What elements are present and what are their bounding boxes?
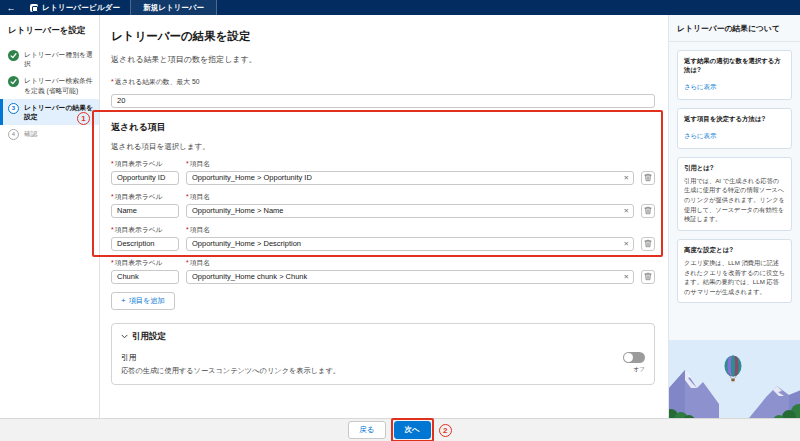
field-row: *項目表示ラベル *項目名 ✕ (111, 159, 655, 185)
field-row: *項目表示ラベル *項目名 ✕ (111, 258, 655, 284)
trash-icon (644, 272, 652, 281)
help-card-body: クエリ変換は、LLM 消費用に記述されたクエリを改善するのに役立ちます。結果の要… (684, 258, 785, 296)
step-1-check-icon (8, 50, 19, 61)
clear-icon[interactable]: ✕ (624, 208, 629, 215)
citation-settings-card: 引用設定 引用 応答の生成に使用するソースコンテンツへのリンクを表示します。 オ… (111, 323, 655, 385)
stepper-title: レトリーバーを設定 (8, 25, 91, 37)
field-name-input[interactable] (186, 171, 634, 185)
annotation-box-next: 次へ (391, 418, 434, 441)
help-card-title: 返す項目を決定する方法は? (684, 115, 785, 124)
field-name-input[interactable] (186, 204, 634, 218)
trash-icon (644, 173, 652, 182)
add-field-button[interactable]: + 項目を追加 (111, 292, 175, 310)
results-count-input[interactable] (111, 94, 655, 108)
field-display-label-input[interactable] (111, 270, 179, 284)
chevron-down-icon (121, 334, 128, 339)
toggle-knob (624, 353, 633, 362)
field-display-label-input[interactable] (111, 204, 179, 218)
field-label-column: *項目表示ラベル (111, 258, 179, 268)
help-card-title: 返す結果の適切な数を選択する方法は? (684, 57, 785, 75)
fields-section-hint: 返される項目を選択します。 (111, 142, 655, 152)
mountains-balloon-illustration (669, 340, 800, 418)
field-name-column: *項目名 (186, 159, 634, 169)
delete-field-button[interactable] (641, 171, 655, 185)
help-panel-title: レトリーバーの結果について (669, 15, 800, 42)
step-3-number: 3 (8, 103, 19, 114)
results-count-label: *返される結果の数、最大 50 (111, 77, 655, 87)
clear-icon[interactable]: ✕ (624, 175, 629, 182)
help-card: 返す項目を決定する方法は? さらに表示 (677, 108, 792, 149)
show-more-link[interactable]: さらに表示 (684, 132, 716, 141)
delete-field-button[interactable] (641, 204, 655, 218)
help-sidebar: レトリーバーの結果について 返す結果の適切な数を選択する方法は? さらに表示 返… (668, 15, 800, 418)
clear-icon[interactable]: ✕ (624, 274, 629, 281)
top-bar: ← レトリーバービルダー 新規レトリーバー (0, 0, 800, 15)
delete-field-button[interactable] (641, 270, 655, 284)
field-name-input[interactable] (186, 237, 634, 251)
help-card: 高度な設定とは? クエリ変換は、LLM 消費用に記述されたクエリを改善するのに役… (677, 239, 792, 303)
field-name-column: *項目名 (186, 225, 634, 235)
field-display-label-input[interactable] (111, 237, 179, 251)
page-title: レトリーバーの結果を設定 (111, 29, 655, 44)
main-panel: レトリーバーの結果を設定 返される結果と項目の数を指定します。 *返される結果の… (100, 15, 668, 418)
citation-toggle[interactable] (623, 352, 645, 363)
annotation-badge-2: 2 (439, 424, 452, 437)
step-2-define-filters[interactable]: レトリーバー検索条件を定義 (省略可能) (0, 72, 99, 98)
app-title: レトリーバービルダー (42, 3, 120, 13)
stepper-sidebar: レトリーバーを設定 レトリーバー種別を選択 レトリーバー検索条件を定義 (省略可… (0, 15, 100, 418)
field-name-column: *項目名 (186, 258, 634, 268)
back-button[interactable]: 戻る (348, 421, 385, 439)
citation-description: 応答の生成に使用するソースコンテンツへのリンクを表示します。 (121, 366, 340, 376)
retriever-builder-app: ← レトリーバービルダー 新規レトリーバー レトリーバーを設定 レトリーバー種別… (0, 0, 800, 441)
trash-icon (644, 239, 652, 248)
field-label-column: *項目表示ラベル (111, 225, 179, 235)
next-button[interactable]: 次へ (394, 421, 431, 439)
trash-icon (644, 206, 652, 215)
builder-app-icon (30, 4, 38, 12)
field-display-label-input[interactable] (111, 171, 179, 185)
fields-section-title: 返される項目 (111, 121, 655, 134)
delete-field-button[interactable] (641, 237, 655, 251)
required-mark: * (111, 78, 114, 85)
step-4-label: 確認 (24, 129, 38, 138)
field-name-column: *項目名 (186, 192, 634, 202)
step-4-confirm[interactable]: 4 確認 (0, 125, 99, 144)
field-row: *項目表示ラベル *項目名 ✕ (111, 192, 655, 218)
help-card-title: 引用とは? (684, 164, 785, 173)
page-description: 返される結果と項目の数を指定します。 (111, 54, 655, 65)
clear-icon[interactable]: ✕ (624, 241, 629, 248)
help-card: 引用とは? 引用では、AI で生成される応答の生成に使用する特定の情報ソースへの… (677, 157, 792, 231)
field-label-column: *項目表示ラベル (111, 192, 179, 202)
field-row: *項目表示ラベル *項目名 ✕ (111, 225, 655, 251)
citation-section-toggle[interactable]: 引用設定 (121, 331, 645, 343)
citation-label: 引用 (121, 352, 340, 363)
field-name-input[interactable] (186, 270, 634, 284)
step-1-label: レトリーバー種別を選択 (24, 50, 93, 68)
show-more-link[interactable]: さらに表示 (684, 83, 716, 92)
citation-row: 引用 応答の生成に使用するソースコンテンツへのリンクを表示します。 オフ (121, 352, 645, 376)
help-card-title: 高度な設定とは? (684, 246, 785, 255)
help-card-body: 引用では、AI で生成される応答の生成に使用する特定の情報ソースへのリンクが提供… (684, 176, 785, 224)
plus-icon: + (121, 297, 126, 305)
annotation-badge-1: 1 (77, 112, 90, 125)
citation-toggle-state: オフ (633, 365, 645, 374)
footer-bar: 戻る 次へ 2 (0, 418, 800, 441)
back-arrow-icon[interactable]: ← (0, 3, 22, 13)
field-label-column: *項目表示ラベル (111, 159, 179, 169)
step-4-number: 4 (8, 129, 19, 140)
step-1-select-type[interactable]: レトリーバー種別を選択 (0, 46, 99, 72)
help-card: 返す結果の適切な数を選択する方法は? さらに表示 (677, 50, 792, 100)
tab-new-retriever[interactable]: 新規レトリーバー (130, 0, 217, 15)
citation-section-title: 引用設定 (132, 331, 166, 343)
step-2-check-icon (8, 76, 19, 87)
step-2-label: レトリーバー検索条件を定義 (省略可能) (24, 76, 93, 94)
